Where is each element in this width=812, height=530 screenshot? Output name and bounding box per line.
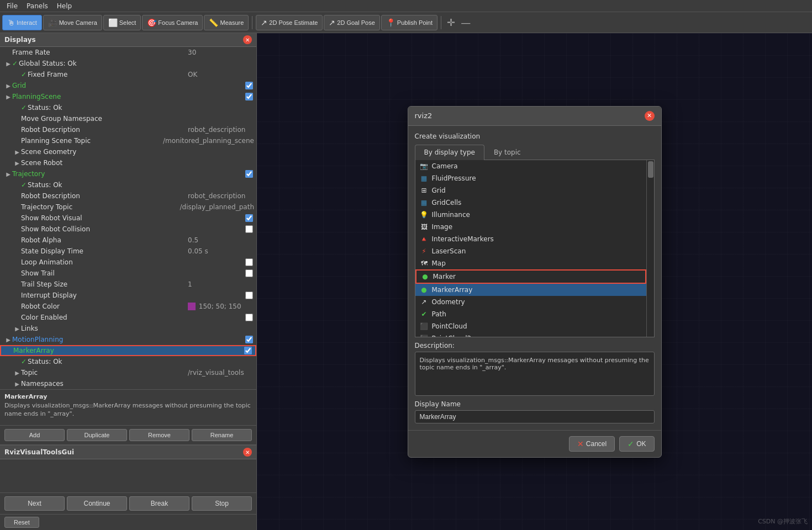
toolbar-publish-point-label: Publish Point: [397, 19, 433, 26]
tree-scene-geometry[interactable]: ▶ Scene Geometry: [0, 146, 256, 157]
show-robot-collision-checkbox[interactable]: [245, 225, 253, 233]
tree-global-status[interactable]: ▶ ✓ Global Status: Ok: [0, 58, 256, 69]
tree-traj-topic[interactable]: Trajectory Topic /display_planned_path: [0, 202, 256, 213]
list-item-map[interactable]: 🗺 Map: [415, 257, 646, 269]
stop-button[interactable]: Stop: [192, 496, 252, 511]
tree-state-display-time[interactable]: State Display Time 0.05 s: [0, 246, 256, 257]
focus-camera-icon: 🎯: [147, 18, 156, 27]
tree-robot-alpha[interactable]: Robot Alpha 0.5: [0, 235, 256, 246]
list-item-grid[interactable]: ⊞ Grid: [415, 184, 646, 197]
tree-planning-scene-topic[interactable]: Planning Scene Topic /monitored_planning…: [0, 135, 256, 146]
add-button[interactable]: Add: [4, 429, 65, 441]
displays-panel-title: Displays: [4, 36, 36, 44]
next-button[interactable]: Next: [4, 496, 65, 511]
tree-color-enabled[interactable]: Color Enabled: [0, 312, 256, 323]
modal-desc-section: Description: Displays visualization_msgs…: [415, 342, 655, 396]
traj-status-label: Status: Ok: [28, 181, 254, 189]
toolbar-interact[interactable]: 🖱 Interact: [2, 15, 42, 30]
color-enabled-checkbox[interactable]: [245, 314, 253, 321]
path-label: Path: [432, 310, 446, 318]
trajectory-checkbox[interactable]: [245, 170, 253, 178]
loop-animation-checkbox[interactable]: [245, 258, 253, 266]
tree-show-robot-collision[interactable]: Show Robot Collision: [0, 224, 256, 235]
tree-topic[interactable]: ▶ Topic /rviz_visual_tools: [0, 367, 256, 378]
show-robot-visual-checkbox[interactable]: [245, 214, 253, 222]
tree-show-trail[interactable]: Show Trail: [0, 268, 256, 279]
tree-show-robot-visual[interactable]: Show Robot Visual: [0, 213, 256, 224]
tree-trail-step-size[interactable]: Trail Step Size 1: [0, 279, 256, 290]
tree-links[interactable]: ▶ Links: [0, 323, 256, 334]
list-item-camera[interactable]: 📷 Camera: [415, 160, 646, 172]
toolbar-select[interactable]: ⬜ Select: [103, 15, 141, 30]
list-item-interactive-markers[interactable]: 🔺 InteractiveMarkers: [415, 233, 646, 245]
tab-by-display-type[interactable]: By display type: [415, 145, 484, 160]
duplicate-button[interactable]: Duplicate: [67, 429, 127, 441]
displays-panel-close[interactable]: ✕: [243, 35, 252, 44]
tree-trajectory[interactable]: ▶ Trajectory: [0, 168, 256, 179]
tree-motion-planning[interactable]: ▶ MotionPlanning: [0, 334, 256, 345]
tree-fixed-frame[interactable]: ✓ Fixed Frame OK: [0, 69, 256, 80]
list-item-point-cloud[interactable]: ⬛ PointCloud: [415, 320, 646, 332]
tree-ps-status[interactable]: ✓ Status: Ok: [0, 102, 256, 113]
remove-button[interactable]: Remove: [129, 429, 189, 441]
displays-tree[interactable]: Frame Rate 30 ▶ ✓ Global Status: Ok ✓ Fi…: [0, 47, 256, 389]
ok-button[interactable]: ✓ OK: [619, 436, 654, 452]
modal-list-scrollbar[interactable]: [646, 160, 654, 337]
tree-robot-color[interactable]: Robot Color 150; 50; 150: [0, 301, 256, 312]
main-layout: Displays ✕ Frame Rate 30 ▶ ✓ Global Stat…: [0, 33, 812, 530]
list-item-laser-scan[interactable]: ⚡ LaserScan: [415, 245, 646, 257]
list-item-fluid-pressure[interactable]: ▦ FluidPressure: [415, 172, 646, 184]
rviz-gui-panel-close[interactable]: ✕: [243, 448, 252, 457]
tree-scene-robot[interactable]: ▶ Scene Robot: [0, 157, 256, 168]
marker-array-checkbox[interactable]: [244, 347, 252, 354]
list-item-marker-array[interactable]: ● MarkerArray: [415, 284, 646, 296]
list-item-grid-cells[interactable]: ▦ GridCells: [415, 197, 646, 209]
scrollbar-thumb[interactable]: [648, 161, 653, 178]
break-button[interactable]: Break: [129, 496, 189, 511]
rename-button[interactable]: Rename: [192, 429, 252, 441]
viewport[interactable]: ◀ rviz2 ✕ Create visualization By displa…: [257, 33, 812, 530]
toolbar-2d-goal[interactable]: ↗ 2D Goal Pose: [324, 15, 379, 30]
menu-file[interactable]: File: [2, 2, 22, 10]
tree-interrupt-display[interactable]: Interrupt Display: [0, 290, 256, 301]
display-name-input[interactable]: [415, 410, 655, 423]
grid-checkbox[interactable]: [245, 82, 253, 89]
motion-planning-checkbox[interactable]: [245, 336, 253, 343]
tree-namespaces[interactable]: ▶ Namespaces: [0, 378, 256, 389]
tree-planning-scene[interactable]: ▶ PlanningScene: [0, 91, 256, 102]
tree-traj-status[interactable]: ✓ Status: Ok: [0, 179, 256, 190]
tree-loop-animation[interactable]: Loop Animation: [0, 257, 256, 268]
arrow: ▶: [4, 171, 12, 177]
robot-color-value: 150; 50; 150: [188, 303, 254, 311]
interrupt-display-checkbox[interactable]: [245, 292, 253, 299]
list-item-path[interactable]: ✔ Path: [415, 308, 646, 320]
list-item-odometry[interactable]: ↗ Odometry: [415, 296, 646, 308]
show-trail-checkbox[interactable]: [245, 269, 253, 277]
toolbar-measure[interactable]: 📏 Measure: [204, 15, 249, 30]
point-cloud-icon: ⬛: [420, 322, 429, 331]
cancel-button[interactable]: ✕ Cancel: [569, 436, 615, 452]
menu-panels[interactable]: Panels: [22, 2, 52, 10]
tab-by-topic[interactable]: By topic: [484, 145, 530, 160]
menu-help[interactable]: Help: [52, 2, 76, 10]
tree-grid[interactable]: ▶ Grid: [0, 80, 256, 91]
tree-ma-status[interactable]: ✓ Status: Ok: [0, 356, 256, 367]
tree-robot-desc[interactable]: Robot Description robot_description: [0, 124, 256, 135]
list-item-image[interactable]: 🖼 Image: [415, 221, 646, 233]
planning-scene-checkbox[interactable]: [245, 93, 253, 100]
reset-button[interactable]: Reset: [4, 517, 39, 528]
continue-button[interactable]: Continue: [67, 496, 127, 511]
modal-close-button[interactable]: ✕: [645, 111, 655, 121]
toolbar-2d-pose[interactable]: ↗ 2D Pose Estimate: [256, 15, 323, 30]
modal-list-items[interactable]: 📷 Camera ▦ FluidPressure ⊞ Grid: [415, 160, 646, 337]
toolbar-move-camera[interactable]: 🎥 Move Camera: [43, 15, 102, 30]
list-item-marker[interactable]: ● Marker: [415, 269, 646, 284]
toolbar-publish-point[interactable]: 📍 Publish Point: [381, 15, 437, 30]
tree-move-group-ns[interactable]: Move Group Namespace: [0, 113, 256, 124]
tree-marker-array[interactable]: MarkerArray: [0, 345, 256, 356]
list-item-illuminance[interactable]: 💡 Illuminance: [415, 209, 646, 221]
list-item-point-cloud2[interactable]: ⬛ PointCloud2: [415, 332, 646, 337]
toolbar-focus-camera[interactable]: 🎯 Focus Camera: [142, 15, 203, 30]
tree-traj-robot-desc[interactable]: Robot Description robot_description: [0, 190, 256, 202]
tree-frame-rate[interactable]: Frame Rate 30: [0, 47, 256, 58]
